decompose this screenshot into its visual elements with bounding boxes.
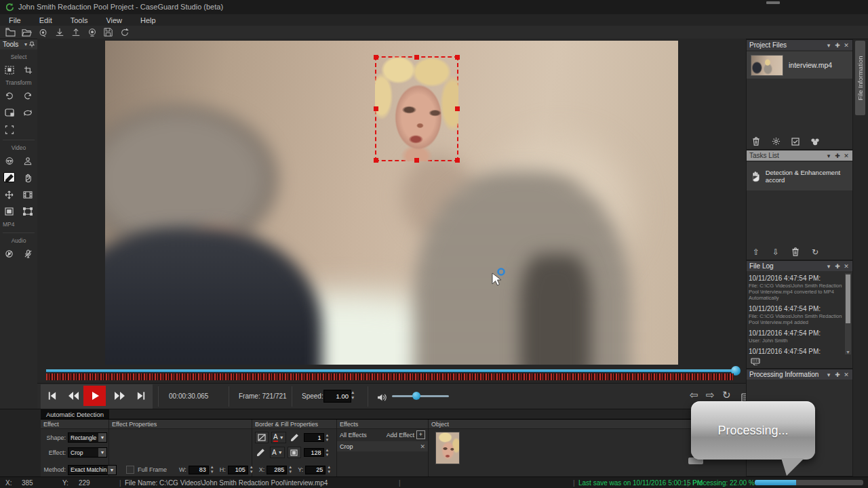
rotate-ccw-icon[interactable] — [3, 90, 15, 101]
detection-circles-icon[interactable] — [810, 136, 821, 146]
width-spinner[interactable]: 83 ▲▼ — [189, 465, 214, 474]
border-pen-icon[interactable] — [289, 432, 301, 443]
resize-handle-se[interactable] — [455, 158, 460, 163]
tools-panel-header[interactable]: Tools ▾ — [0, 39, 37, 49]
scrollbar-thumb[interactable] — [846, 274, 850, 323]
resize-handle-s[interactable] — [414, 158, 419, 163]
delete-file-icon[interactable] — [751, 136, 762, 146]
border-width-spinner[interactable]: 1 ▲▼ — [304, 433, 330, 443]
fill-opacity-spinner[interactable]: 128 ▲▼ — [304, 448, 330, 458]
close-icon[interactable]: ✕ — [843, 42, 850, 49]
file-log-header[interactable]: File Log ▾ ✚ ✕ — [747, 261, 852, 271]
export-icon[interactable] — [70, 27, 81, 37]
refresh-transform-icon[interactable] — [22, 107, 34, 118]
detected-object-thumbnail[interactable] — [435, 432, 460, 464]
move-down-icon[interactable]: ⇩ — [770, 247, 781, 257]
save-icon[interactable] — [102, 27, 114, 37]
marker-tool-icon[interactable] — [3, 172, 15, 182]
settings-gear-icon[interactable] — [770, 136, 781, 146]
x-spinner[interactable]: 285 ▲▼ — [267, 465, 292, 474]
seek-bar[interactable] — [46, 369, 736, 372]
scroll-down-icon[interactable]: ▼ — [845, 350, 851, 354]
close-icon[interactable]: ✕ — [843, 152, 850, 159]
y-spinner[interactable]: 25 ▲▼ — [305, 465, 331, 474]
microphone-tool-icon[interactable] — [22, 248, 34, 259]
resize-handle-sw[interactable] — [374, 158, 378, 163]
hand-tool-icon[interactable] — [22, 172, 34, 183]
crop-select-tool-icon[interactable] — [22, 64, 34, 75]
project-file-row[interactable]: interview.mp4 — [747, 52, 852, 79]
skip-end-button[interactable] — [132, 387, 150, 405]
film-tool-icon[interactable] — [22, 189, 34, 200]
open-project-icon[interactable] — [21, 27, 33, 37]
close-icon[interactable]: ✕ — [843, 371, 850, 378]
volume-icon[interactable] — [373, 388, 391, 406]
speed-input[interactable]: 1.00 — [323, 390, 351, 403]
file-information-tab[interactable]: File Information — [855, 41, 865, 115]
menu-help[interactable]: Help — [140, 16, 156, 24]
volume-slider[interactable] — [392, 395, 449, 397]
pin-icon[interactable]: ✚ — [834, 371, 841, 378]
resize-handle-n[interactable] — [414, 55, 419, 60]
chevron-down-icon[interactable]: ▾ — [825, 152, 832, 159]
mask-tool-icon[interactable] — [3, 206, 15, 217]
refresh-tasks-icon[interactable]: ↻ — [810, 247, 821, 257]
add-media-icon[interactable] — [37, 27, 49, 37]
delete-task-icon[interactable] — [790, 247, 801, 257]
automatic-detection-tab[interactable]: Automatic Detection — [41, 409, 109, 419]
chevron-down-icon[interactable]: ▾ — [24, 41, 27, 47]
video-viewport[interactable] — [105, 41, 678, 365]
processing-information-header[interactable]: Processing Information ▾ ✚ ✕ — [747, 369, 852, 380]
face-redact-tool-icon[interactable] — [3, 155, 15, 166]
play-button[interactable] — [83, 386, 106, 406]
shape-select[interactable]: Rectangle ▼ — [68, 432, 107, 443]
remove-effect-icon[interactable]: ✕ — [420, 443, 425, 450]
undo-icon[interactable]: ⇦ — [690, 389, 698, 401]
chevron-down-icon[interactable]: ▾ — [825, 371, 832, 378]
pin-icon[interactable]: ✚ — [834, 152, 841, 159]
audio-redact-tool-icon[interactable] — [3, 248, 15, 259]
move-up-icon[interactable]: ⇧ — [751, 247, 762, 257]
resize-handle-ne[interactable] — [455, 55, 460, 60]
checkbox-icon[interactable] — [790, 136, 801, 146]
pin-icon[interactable] — [29, 41, 35, 47]
repeat-icon[interactable]: ↻ — [722, 389, 731, 401]
speed-stepper[interactable]: ▲▼ — [351, 390, 355, 401]
volume-handle[interactable] — [412, 392, 420, 400]
add-effect-button[interactable]: + — [416, 430, 425, 439]
minimize-button[interactable] — [766, 1, 780, 4]
effect-select[interactable]: Crop ▼ — [68, 447, 107, 458]
border-color-picker[interactable]: A ▼ — [271, 432, 286, 443]
frame-tool-icon[interactable] — [22, 206, 34, 217]
pin-icon[interactable]: ✚ — [834, 263, 841, 270]
menu-file[interactable]: File — [9, 16, 21, 24]
chevron-down-icon[interactable]: ▾ — [825, 42, 832, 49]
free-transform-icon[interactable] — [3, 107, 15, 118]
file-log-list[interactable]: 10/11/2016 4:47:54 PM: File: C:\CG Video… — [749, 273, 843, 354]
rewind-button[interactable] — [64, 387, 82, 405]
fill-color-picker[interactable]: A ▼ — [270, 447, 285, 458]
border-style-icon[interactable] — [255, 432, 269, 443]
method-select[interactable]: Exact Matchin ▼ — [68, 465, 117, 475]
fast-forward-button[interactable] — [111, 387, 128, 405]
corner-handles-icon[interactable] — [3, 124, 15, 135]
new-project-icon[interactable] — [5, 27, 16, 37]
height-spinner[interactable]: 105 ▲▼ — [228, 465, 254, 474]
face-detection-box[interactable] — [375, 56, 458, 161]
log-scrollbar[interactable]: ▼ — [845, 273, 851, 354]
task-row[interactable]: Detection & Enhancement accord — [747, 162, 852, 190]
fill-swatch-icon[interactable] — [288, 447, 301, 458]
record-icon[interactable] — [86, 27, 98, 37]
menu-edit[interactable]: Edit — [39, 16, 52, 24]
import-icon[interactable] — [54, 27, 65, 37]
effect-list-item[interactable]: Crop ✕ — [337, 441, 428, 451]
fill-pen-icon[interactable] — [255, 447, 267, 458]
tasks-list-header[interactable]: Tasks List ▾ ✚ ✕ — [747, 150, 852, 161]
resize-handle-nw[interactable] — [374, 55, 378, 60]
person-detect-tool-icon[interactable] — [22, 155, 34, 166]
log-export-icon[interactable] — [750, 357, 761, 367]
skip-start-button[interactable] — [43, 387, 60, 405]
resize-handle-w[interactable] — [374, 106, 378, 111]
resize-handle-e[interactable] — [455, 106, 460, 111]
project-files-header[interactable]: Project Files ▾ ✚ ✕ — [747, 40, 852, 50]
